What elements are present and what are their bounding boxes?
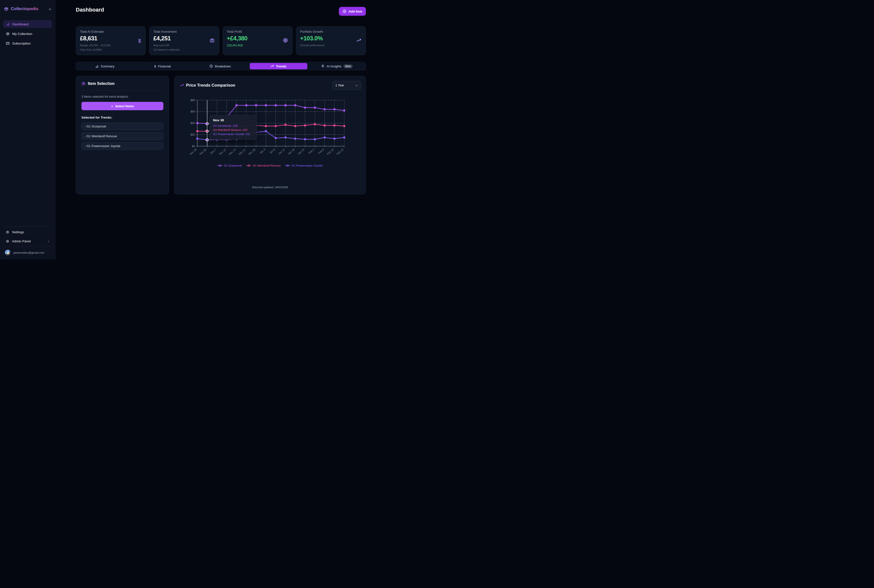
legend-marker-icon xyxy=(246,164,251,167)
dashboard-tab-bar: Summary $ Financial Breakdown Trends xyxy=(76,62,366,70)
select-items-label: Select Items xyxy=(115,104,134,108)
legend-label: G1 Weirdwolf Reissue xyxy=(253,164,281,167)
selected-for-trends-heading: Selected for Trends: xyxy=(81,116,163,119)
select-items-button[interactable]: + Select Items xyxy=(81,102,163,110)
stats-row: Total AI Estimate £8,631 Range: £5,230 –… xyxy=(76,26,366,55)
sidebar-item-settings[interactable]: ⚙ Settings xyxy=(3,228,52,236)
add-item-button[interactable]: Add Item xyxy=(339,7,366,16)
gear-icon: ⚙ xyxy=(6,230,9,234)
credit-card-icon xyxy=(6,42,10,45)
briefcase-icon xyxy=(210,38,214,43)
tooltip-date: Nov 30 xyxy=(213,118,253,122)
trending-up-icon xyxy=(270,64,274,68)
sidebar-item-label: Settings xyxy=(12,230,24,234)
stat-subtext: Avg cost £38 xyxy=(153,44,215,47)
legend-item[interactable]: G1 Powermaster Joyride xyxy=(285,164,323,167)
bar-chart-icon xyxy=(6,22,10,26)
chart-last-updated: Data last updated: 24/02/2026 xyxy=(174,186,366,189)
tab-breakdown[interactable]: Breakdown xyxy=(191,62,249,70)
price-trends-panel: Price Trends Comparison 1 Year $0$20$40$… xyxy=(174,76,366,194)
dollar-sign-icon: $ xyxy=(138,38,141,44)
circle-plus-icon xyxy=(343,9,346,13)
time-range-value: 1 Year xyxy=(335,84,344,87)
target-icon xyxy=(283,38,288,43)
tab-label: Financial xyxy=(158,64,171,68)
item-selection-panel: Item Selection 3 items selected for tren… xyxy=(76,76,169,194)
svg-text:$40: $40 xyxy=(190,122,195,124)
sidebar-footer: ⚙ Settings ⚙ Admin Panel › jamesnation@g… xyxy=(0,226,55,260)
legend-marker-icon xyxy=(217,164,222,167)
trending-up-icon xyxy=(356,38,361,43)
sidebar-item-admin-panel[interactable]: ⚙ Admin Panel › xyxy=(3,237,52,245)
tab-trends[interactable]: Trends xyxy=(250,63,307,69)
legend-item[interactable]: G1 Weirdwolf Reissue xyxy=(246,164,281,167)
svg-text:Feb 15: Feb 15 xyxy=(326,148,334,155)
price-trends-chart[interactable]: $0$20$40$60$80Nov 28Nov 30Dec 7Dec 12Dec… xyxy=(174,76,366,195)
chevron-down-icon xyxy=(355,84,358,87)
svg-text:$20: $20 xyxy=(190,133,195,136)
svg-text:Jan 25: Jan 25 xyxy=(297,148,305,155)
trends-panel-title: Price Trends Comparison xyxy=(186,83,235,88)
tab-label: Summary xyxy=(100,64,114,68)
svg-text:$60: $60 xyxy=(190,110,195,113)
tab-label: AI Insights xyxy=(327,64,342,68)
sidebar-collapse-icon[interactable]: « xyxy=(49,7,51,11)
gear-icon: ⚙ xyxy=(6,239,9,243)
item-selection-header: Item Selection xyxy=(81,81,163,86)
stat-value: £8,631 xyxy=(80,35,141,42)
stat-card-total-investment: Total Investment £4,251 Avg cost £38 113… xyxy=(149,26,219,55)
stat-card-portfolio-growth: Portfolio Growth +103.0% Overall perform… xyxy=(296,26,366,55)
svg-text:$0: $0 xyxy=(192,145,195,148)
brain-icon xyxy=(321,64,325,68)
stat-label: Portfolio Growth xyxy=(300,30,362,33)
sidebar: Collectopedia « Dashboard My Collection xyxy=(0,0,55,260)
stat-value: £4,251 xyxy=(153,35,215,42)
sidebar-item-subscription[interactable]: Subscription xyxy=(3,39,52,47)
user-email: jamesnation@gmail.com xyxy=(13,251,44,254)
stat-value: +£4,380 xyxy=(227,35,288,42)
sidebar-item-label: Subscription xyxy=(12,42,30,45)
svg-text:Feb 8: Feb 8 xyxy=(318,148,324,154)
stat-card-total-ai-estimate: Total AI Estimate £8,631 Range: £5,230 –… xyxy=(76,26,145,55)
selected-item[interactable]: - G1 Scorponok xyxy=(81,123,163,130)
users-icon xyxy=(81,82,85,86)
selected-item[interactable]: - G1 Weirdwolf Reissue xyxy=(81,132,163,140)
svg-text:Jan 4: Jan 4 xyxy=(259,148,266,154)
svg-text:Nov 28: Nov 28 xyxy=(189,148,197,156)
tooltip-series-value: G1 Scorponok: £39 xyxy=(213,124,253,127)
trending-up-icon xyxy=(180,83,184,87)
sidebar-item-dashboard[interactable]: Dashboard xyxy=(3,20,52,28)
tooltip-series-value: G1 Powermaster Joyride: £11 xyxy=(213,133,253,135)
stat-label: Total Profit xyxy=(227,30,288,33)
stat-card-total-profit: Total Profit +£4,380 103.0% ROI xyxy=(223,26,292,55)
chart-legend: G1 ScorponokG1 Weirdwolf ReissueG1 Power… xyxy=(174,164,366,167)
legend-item[interactable]: G1 Scorponok xyxy=(217,164,242,167)
package-icon xyxy=(6,32,10,36)
svg-text:Jan 6: Jan 6 xyxy=(269,148,276,154)
tab-ai-insights[interactable]: AI Insights Beta xyxy=(308,62,366,70)
item-selection-title: Item Selection xyxy=(88,81,114,86)
stat-subtext: Range: £5,230 – £12,660 xyxy=(80,44,141,47)
trends-header: Price Trends Comparison xyxy=(180,83,235,88)
pie-chart-icon xyxy=(209,64,213,68)
svg-text:Dec 7: Dec 7 xyxy=(210,148,217,154)
plus-icon: + xyxy=(111,104,113,108)
chart-tooltip: Nov 30 G1 Scorponok: £39 G1 Weirdwolf Re… xyxy=(209,115,257,140)
page-title: Dashboard xyxy=(76,7,104,13)
sidebar-item-my-collection[interactable]: My Collection xyxy=(3,30,52,38)
time-range-select[interactable]: 1 Year xyxy=(332,81,361,90)
stat-label: Total AI Estimate xyxy=(80,30,141,33)
sidebar-item-label: Dashboard xyxy=(12,22,28,26)
legend-label: G1 Scorponok xyxy=(224,164,242,167)
beta-badge: Beta xyxy=(343,64,352,68)
legend-marker-icon xyxy=(285,164,290,167)
svg-text:Jan 18: Jan 18 xyxy=(287,148,295,155)
tab-summary[interactable]: Summary xyxy=(76,62,133,70)
svg-text:Dec 14: Dec 14 xyxy=(228,148,236,156)
legend-label: G1 Powermaster Joyride xyxy=(292,164,323,167)
tab-financial[interactable]: $ Financial xyxy=(133,62,191,70)
user-account-row[interactable]: jamesnation@gmail.com xyxy=(0,247,55,260)
avatar xyxy=(5,250,11,256)
selected-item[interactable]: - G1 Powermaster Joyride xyxy=(81,142,163,150)
stat-value: +103.0% xyxy=(300,35,362,42)
